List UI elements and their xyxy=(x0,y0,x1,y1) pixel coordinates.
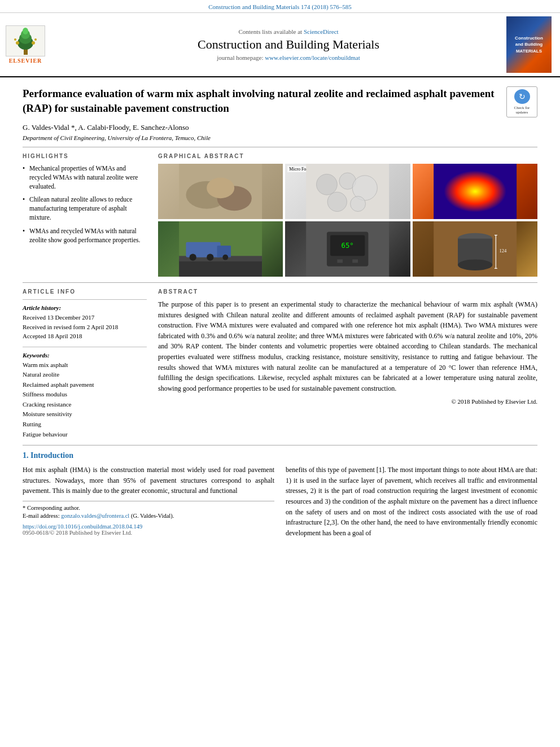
journal-main-title: Construction and Building Materials xyxy=(198,37,379,52)
keyword-1: Warm mix asphalt xyxy=(23,360,147,370)
ga-image-4 xyxy=(158,221,283,277)
svg-text:65°: 65° xyxy=(342,242,354,250)
received-date: Received 13 December 2017 xyxy=(23,313,147,322)
keyword-8: Fatigue behaviour xyxy=(23,430,147,440)
elsevier-tree-image xyxy=(6,25,45,56)
highlights-graphical-section: HIGHLIGHTS Mechanical properties of WMAs… xyxy=(23,147,537,277)
abstract-column: ABSTRACT The purpose of this paper is to… xyxy=(158,289,537,439)
svg-point-17 xyxy=(327,192,347,211)
check-updates-icon: ↻ xyxy=(514,89,530,104)
science-direct-line: Contents lists available at ScienceDirec… xyxy=(238,28,338,35)
elsevier-logo-area: ELSEVIER xyxy=(6,16,73,73)
svg-rect-34 xyxy=(353,259,358,263)
ga-image-6: 124 xyxy=(413,221,537,277)
highlights-label: HIGHLIGHTS xyxy=(23,153,147,159)
svg-point-18 xyxy=(351,196,366,212)
issn-line: 0950-0618/© 2018 Published by Elsevier L… xyxy=(23,530,274,536)
highlights-list: Mechanical properties of WMAs and recycl… xyxy=(23,164,147,244)
graphical-abstract-column: GRAPHICAL ABSTRACT Micro Foam xyxy=(158,153,537,277)
journal-reference-text: Construction and Building Materials 174 … xyxy=(208,3,352,10)
keyword-3: Reclaimed asphalt pavement xyxy=(23,380,147,390)
article-info-divider xyxy=(23,299,147,300)
svg-rect-22 xyxy=(179,259,262,277)
svg-point-26 xyxy=(190,254,196,261)
keywords-title: Keywords: xyxy=(23,352,147,359)
highlight-item-1: Mechanical properties of WMAs and recycl… xyxy=(23,164,147,191)
check-updates-badge: ↻ Check for updates xyxy=(506,86,537,117)
check-updates-label: Check for updates xyxy=(509,106,535,115)
doi-link[interactable]: https://doi.org/10.1016/j.conbuildmat.20… xyxy=(23,523,142,530)
authors-text: G. Valdes-Vidal *, A. Calabi-Floody, E. … xyxy=(23,123,189,132)
science-direct-link[interactable]: ScienceDirect xyxy=(304,28,339,35)
introduction-section: 1. Introduction Hot mix asphalt (HMA) is… xyxy=(23,445,537,543)
svg-point-12 xyxy=(207,178,234,199)
ga-image-5: 65° xyxy=(285,221,410,277)
introduction-col1-text: Hot mix asphalt (HMA) is the constructio… xyxy=(23,465,274,496)
email-note: E-mail address: gonzalo.valdes@ufrontera… xyxy=(23,513,274,519)
keyword-2: Natural zeolite xyxy=(23,370,147,380)
keywords-list: Warm mix asphalt Natural zeolite Reclaim… xyxy=(23,360,147,440)
highlight-item-2: Chilean natural zeolite allows to reduce… xyxy=(23,195,147,222)
introduction-col1: Hot mix asphalt (HMA) is the constructio… xyxy=(23,465,274,543)
article-title: Performance evaluation of warm mix aspha… xyxy=(23,86,501,115)
corresponding-author-note: * Corresponding author. xyxy=(23,505,274,511)
email-suffix: (G. Valdes-Vidal). xyxy=(131,513,174,519)
ga-image-3 xyxy=(413,164,537,219)
introduction-col2-text: benefits of this type of pavement [1]. T… xyxy=(286,465,537,538)
svg-point-7 xyxy=(14,38,16,41)
keyword-4: Stiffness modulus xyxy=(23,390,147,400)
abstract-copyright: © 2018 Published by Elsevier Ltd. xyxy=(158,398,537,405)
article-info-label: ARTICLE INFO xyxy=(23,289,147,295)
doi-line: https://doi.org/10.1016/j.conbuildmat.20… xyxy=(23,523,274,530)
article-history-title: Article history: xyxy=(23,304,147,311)
article-area: Performance evaluation of warm mix aspha… xyxy=(0,77,560,548)
email-label: E-mail address: xyxy=(23,513,60,519)
svg-point-27 xyxy=(207,254,213,261)
journal-homepage: journal homepage: www.elsevier.com/locat… xyxy=(217,54,360,61)
svg-point-20 xyxy=(444,171,506,212)
authors-line: G. Valdes-Vidal *, A. Calabi-Floody, E. … xyxy=(23,123,537,132)
accepted-date: Accepted 18 April 2018 xyxy=(23,331,147,341)
graphical-abstract-images: Micro Foam xyxy=(158,164,537,277)
svg-rect-33 xyxy=(338,259,343,263)
article-info-column: ARTICLE INFO Article history: Received 1… xyxy=(23,289,147,439)
svg-point-8 xyxy=(34,38,37,41)
keywords-section: Keywords: Warm mix asphalt Natural zeoli… xyxy=(23,352,147,440)
journal-header-center: Contents lists available at ScienceDirec… xyxy=(79,16,498,73)
keywords-divider xyxy=(23,347,147,347)
svg-point-5 xyxy=(16,41,19,45)
graphical-abstract-label: GRAPHICAL ABSTRACT xyxy=(158,153,537,159)
ga-image-1 xyxy=(158,164,283,219)
highlight-item-3: WMAs and recycled WMAs with natural zeol… xyxy=(23,226,147,244)
abstract-text: The purpose of this paper is to present … xyxy=(158,299,537,394)
elsevier-logo: ELSEVIER xyxy=(6,25,45,64)
journal-cover-area: Construction and Building MATERIALS xyxy=(504,16,554,73)
introduction-title: 1. Introduction xyxy=(23,451,537,460)
svg-point-14 xyxy=(317,174,338,195)
svg-point-6 xyxy=(32,41,35,45)
article-info-abstract-section: ARTICLE INFO Article history: Received 1… xyxy=(23,282,537,439)
journal-header: ELSEVIER Contents lists available at Sci… xyxy=(0,13,560,77)
abstract-label: ABSTRACT xyxy=(158,289,537,295)
highlights-column: HIGHLIGHTS Mechanical properties of WMAs… xyxy=(23,153,147,277)
email-link[interactable]: gonzalo.valdes@ufrontera.cl xyxy=(61,513,129,519)
introduction-body: Hot mix asphalt (HMA) is the constructio… xyxy=(23,465,537,543)
article-history: Article history: Received 13 December 20… xyxy=(23,304,147,341)
keyword-7: Rutting xyxy=(23,420,147,430)
keyword-6: Moisture sensitivity xyxy=(23,409,147,420)
elsevier-text: ELSEVIER xyxy=(9,58,42,64)
keyword-5: Cracking resistance xyxy=(23,400,147,410)
journal-reference-bar: Construction and Building Materials 174 … xyxy=(0,0,560,13)
svg-point-4 xyxy=(23,28,28,34)
footnote-area: * Corresponding author. E-mail address: … xyxy=(23,501,274,519)
journal-homepage-link[interactable]: www.elsevier.com/locate/conbuildmat xyxy=(265,54,360,61)
affiliation-line: Department of Civil Engineering, Univers… xyxy=(23,134,537,141)
svg-point-38 xyxy=(458,259,492,270)
ga-image-2: Micro Foam xyxy=(285,164,410,219)
revised-date: Received in revised form 2 April 2018 xyxy=(23,322,147,332)
journal-cover-image: Construction and Building MATERIALS xyxy=(506,16,552,73)
introduction-col2: benefits of this type of pavement [1]. T… xyxy=(286,465,537,543)
svg-text:124: 124 xyxy=(499,248,507,254)
article-title-row: Performance evaluation of warm mix aspha… xyxy=(23,86,537,117)
svg-point-28 xyxy=(222,255,228,260)
